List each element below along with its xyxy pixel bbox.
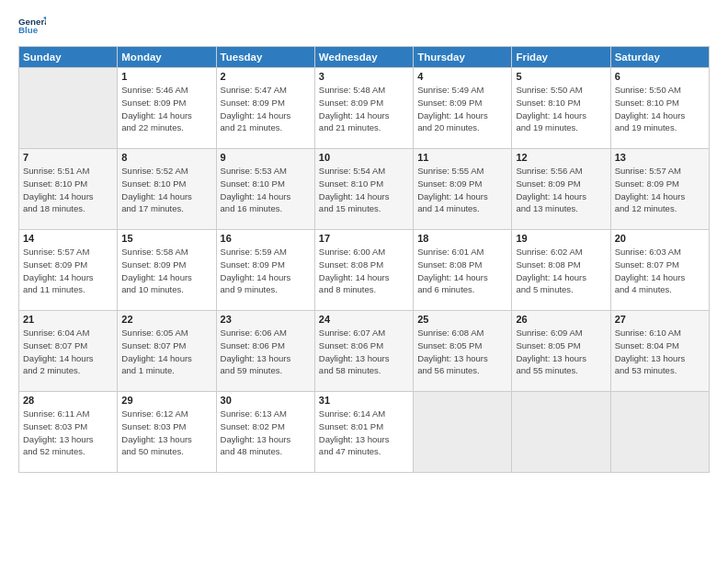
day-number: 14 — [23, 233, 113, 244]
day-number: 6 — [615, 71, 705, 82]
day-number: 16 — [221, 233, 311, 244]
day-number: 10 — [319, 152, 409, 163]
calendar-cell — [512, 392, 610, 473]
header-wednesday: Wednesday — [314, 47, 413, 68]
day-number: 2 — [221, 71, 311, 82]
calendar-cell: 25Sunrise: 6:08 AM Sunset: 8:05 PM Dayli… — [414, 311, 512, 392]
day-number: 1 — [121, 71, 211, 82]
calendar-cell: 8Sunrise: 5:52 AM Sunset: 8:10 PM Daylig… — [118, 149, 216, 230]
calendar-cell: 21Sunrise: 6:04 AM Sunset: 8:07 PM Dayli… — [19, 311, 118, 392]
calendar-cell: 2Sunrise: 5:47 AM Sunset: 8:09 PM Daylig… — [216, 68, 314, 149]
day-number: 23 — [221, 314, 311, 325]
calendar-cell: 28Sunrise: 6:11 AM Sunset: 8:03 PM Dayli… — [19, 392, 118, 473]
calendar-cell: 16Sunrise: 5:59 AM Sunset: 8:09 PM Dayli… — [216, 230, 314, 311]
calendar-cell: 5Sunrise: 5:50 AM Sunset: 8:10 PM Daylig… — [512, 68, 610, 149]
day-info: Sunrise: 5:52 AM Sunset: 8:10 PM Dayligh… — [121, 165, 211, 215]
header-saturday: Saturday — [610, 47, 709, 68]
day-number: 8 — [121, 152, 211, 163]
day-info: Sunrise: 5:48 AM Sunset: 8:09 PM Dayligh… — [319, 84, 409, 134]
day-info: Sunrise: 6:11 AM Sunset: 8:03 PM Dayligh… — [23, 408, 113, 458]
day-info: Sunrise: 5:58 AM Sunset: 8:09 PM Dayligh… — [121, 246, 211, 296]
header-friday: Friday — [512, 47, 610, 68]
calendar-cell — [414, 392, 512, 473]
calendar-cell: 15Sunrise: 5:58 AM Sunset: 8:09 PM Dayli… — [118, 230, 216, 311]
calendar-cell: 10Sunrise: 5:54 AM Sunset: 8:10 PM Dayli… — [314, 149, 413, 230]
calendar-cell: 18Sunrise: 6:01 AM Sunset: 8:08 PM Dayli… — [414, 230, 512, 311]
day-number: 12 — [516, 152, 606, 163]
day-info: Sunrise: 5:53 AM Sunset: 8:10 PM Dayligh… — [221, 165, 311, 215]
day-info: Sunrise: 6:07 AM Sunset: 8:06 PM Dayligh… — [319, 327, 409, 377]
day-info: Sunrise: 6:14 AM Sunset: 8:01 PM Dayligh… — [319, 408, 409, 458]
day-info: Sunrise: 6:05 AM Sunset: 8:07 PM Dayligh… — [121, 327, 211, 377]
day-number: 19 — [516, 233, 606, 244]
day-info: Sunrise: 6:10 AM Sunset: 8:04 PM Dayligh… — [615, 327, 705, 377]
day-info: Sunrise: 5:47 AM Sunset: 8:09 PM Dayligh… — [221, 84, 311, 134]
calendar-cell: 1Sunrise: 5:46 AM Sunset: 8:09 PM Daylig… — [118, 68, 216, 149]
header-tuesday: Tuesday — [216, 47, 314, 68]
calendar-cell — [19, 68, 118, 149]
day-number: 13 — [615, 152, 705, 163]
calendar-week-4: 21Sunrise: 6:04 AM Sunset: 8:07 PM Dayli… — [19, 311, 710, 392]
day-info: Sunrise: 5:51 AM Sunset: 8:10 PM Dayligh… — [23, 165, 113, 215]
day-info: Sunrise: 5:59 AM Sunset: 8:09 PM Dayligh… — [221, 246, 311, 296]
day-number: 24 — [319, 314, 409, 325]
header-sunday: Sunday — [19, 47, 118, 68]
calendar-cell: 20Sunrise: 6:03 AM Sunset: 8:07 PM Dayli… — [610, 230, 709, 311]
day-info: Sunrise: 5:50 AM Sunset: 8:10 PM Dayligh… — [516, 84, 606, 134]
day-info: Sunrise: 6:12 AM Sunset: 8:03 PM Dayligh… — [121, 408, 211, 458]
day-number: 25 — [417, 314, 507, 325]
day-info: Sunrise: 6:00 AM Sunset: 8:08 PM Dayligh… — [319, 246, 409, 296]
calendar-week-5: 28Sunrise: 6:11 AM Sunset: 8:03 PM Dayli… — [19, 392, 710, 473]
calendar-cell: 26Sunrise: 6:09 AM Sunset: 8:05 PM Dayli… — [512, 311, 610, 392]
day-number: 20 — [615, 233, 705, 244]
calendar-table: SundayMondayTuesdayWednesdayThursdayFrid… — [18, 46, 710, 473]
day-number: 27 — [615, 314, 705, 325]
calendar-cell: 12Sunrise: 5:56 AM Sunset: 8:09 PM Dayli… — [512, 149, 610, 230]
day-info: Sunrise: 6:02 AM Sunset: 8:08 PM Dayligh… — [516, 246, 606, 296]
day-info: Sunrise: 6:06 AM Sunset: 8:06 PM Dayligh… — [221, 327, 311, 377]
header-thursday: Thursday — [414, 47, 512, 68]
day-number: 29 — [121, 395, 211, 406]
calendar-cell: 27Sunrise: 6:10 AM Sunset: 8:04 PM Dayli… — [610, 311, 709, 392]
calendar-cell: 14Sunrise: 5:57 AM Sunset: 8:09 PM Dayli… — [19, 230, 118, 311]
calendar-cell: 7Sunrise: 5:51 AM Sunset: 8:10 PM Daylig… — [19, 149, 118, 230]
day-info: Sunrise: 6:04 AM Sunset: 8:07 PM Dayligh… — [23, 327, 113, 377]
day-number: 21 — [23, 314, 113, 325]
day-info: Sunrise: 5:57 AM Sunset: 8:09 PM Dayligh… — [23, 246, 113, 296]
calendar-cell: 17Sunrise: 6:00 AM Sunset: 8:08 PM Dayli… — [314, 230, 413, 311]
calendar-cell: 23Sunrise: 6:06 AM Sunset: 8:06 PM Dayli… — [216, 311, 314, 392]
calendar-cell: 29Sunrise: 6:12 AM Sunset: 8:03 PM Dayli… — [118, 392, 216, 473]
day-info: Sunrise: 6:09 AM Sunset: 8:05 PM Dayligh… — [516, 327, 606, 377]
day-number: 15 — [121, 233, 211, 244]
calendar-cell: 6Sunrise: 5:50 AM Sunset: 8:10 PM Daylig… — [610, 68, 709, 149]
logo: General Blue — [18, 15, 46, 37]
calendar-cell — [610, 392, 709, 473]
calendar-cell: 30Sunrise: 6:13 AM Sunset: 8:02 PM Dayli… — [216, 392, 314, 473]
calendar-cell: 22Sunrise: 6:05 AM Sunset: 8:07 PM Dayli… — [118, 311, 216, 392]
day-info: Sunrise: 5:57 AM Sunset: 8:09 PM Dayligh… — [615, 165, 705, 215]
day-number: 7 — [23, 152, 113, 163]
svg-text:Blue: Blue — [18, 25, 39, 35]
calendar-week-1: 1Sunrise: 5:46 AM Sunset: 8:09 PM Daylig… — [19, 68, 710, 149]
day-info: Sunrise: 6:03 AM Sunset: 8:07 PM Dayligh… — [615, 246, 705, 296]
day-number: 30 — [221, 395, 311, 406]
calendar-cell: 19Sunrise: 6:02 AM Sunset: 8:08 PM Dayli… — [512, 230, 610, 311]
day-info: Sunrise: 5:54 AM Sunset: 8:10 PM Dayligh… — [319, 165, 409, 215]
day-number: 11 — [417, 152, 507, 163]
day-number: 31 — [319, 395, 409, 406]
day-number: 17 — [319, 233, 409, 244]
day-info: Sunrise: 5:50 AM Sunset: 8:10 PM Dayligh… — [615, 84, 705, 134]
day-info: Sunrise: 6:08 AM Sunset: 8:05 PM Dayligh… — [417, 327, 507, 377]
day-info: Sunrise: 5:49 AM Sunset: 8:09 PM Dayligh… — [417, 84, 507, 134]
calendar-week-3: 14Sunrise: 5:57 AM Sunset: 8:09 PM Dayli… — [19, 230, 710, 311]
day-number: 4 — [417, 71, 507, 82]
calendar-header-row: SundayMondayTuesdayWednesdayThursdayFrid… — [19, 47, 710, 68]
calendar-cell: 3Sunrise: 5:48 AM Sunset: 8:09 PM Daylig… — [314, 68, 413, 149]
day-info: Sunrise: 6:01 AM Sunset: 8:08 PM Dayligh… — [417, 246, 507, 296]
day-number: 28 — [23, 395, 113, 406]
day-number: 5 — [516, 71, 606, 82]
calendar-cell: 9Sunrise: 5:53 AM Sunset: 8:10 PM Daylig… — [216, 149, 314, 230]
day-info: Sunrise: 5:55 AM Sunset: 8:09 PM Dayligh… — [417, 165, 507, 215]
header-monday: Monday — [118, 47, 216, 68]
day-number: 22 — [121, 314, 211, 325]
